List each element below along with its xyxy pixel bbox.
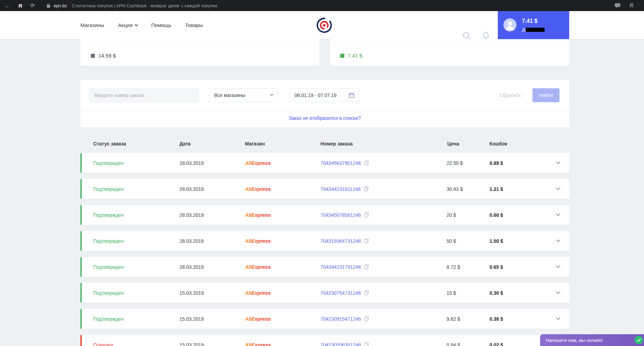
- order-price: 10 $: [447, 283, 456, 303]
- order-row[interactable]: Подтвержден 28.03.2019 AliExpress 704319…: [80, 231, 569, 251]
- stat-card-available: 7.41 $: [330, 39, 569, 66]
- order-row[interactable]: Подтвержден 15.03.2019 AliExpress 704230…: [80, 309, 569, 329]
- order-price: 50 $: [447, 231, 456, 251]
- copy-icon[interactable]: [364, 212, 369, 218]
- chat-widget[interactable]: Напишите нам, мы онлайн!: [540, 334, 644, 346]
- stat-available-value: 7.41 $: [348, 53, 362, 59]
- order-status: Подтвержден: [93, 179, 124, 199]
- missing-order-link[interactable]: Заказ не отобразился в списке?: [80, 115, 569, 121]
- chevron-down-icon: [556, 212, 561, 216]
- nav-item-shops[interactable]: Магазины: [80, 22, 104, 28]
- chat-online-icon: [635, 336, 643, 344]
- order-number-link[interactable]: 704344231791246: [320, 264, 361, 270]
- order-date: 28.03.2019: [179, 205, 204, 225]
- copy-icon[interactable]: [364, 342, 369, 346]
- order-number-link[interactable]: 704230556351246: [320, 342, 361, 346]
- order-price: 8.72 $: [447, 257, 460, 277]
- browser-back-button[interactable]: ←: [5, 3, 10, 9]
- order-date: 28.03.2019: [179, 179, 204, 199]
- shop-logo-aliexpress: AliExpress: [245, 186, 271, 192]
- order-cashback: 0.30 $: [489, 283, 503, 303]
- browser-chrome: ← Я ⟳ epn.bz Статистика покупок | ePN Ca…: [0, 0, 644, 11]
- order-number-input[interactable]: [89, 88, 199, 102]
- order-date: 28.03.2019: [179, 231, 204, 251]
- nav-item-help[interactable]: Помощь: [151, 22, 171, 28]
- browser-chat-icon[interactable]: [615, 3, 620, 8]
- copy-icon[interactable]: [364, 238, 369, 243]
- order-price: 30.43 $: [447, 179, 463, 199]
- browser-bookmark-flag-icon[interactable]: [629, 3, 634, 8]
- order-row[interactable]: Подтвержден 28.03.2019 AliExpress 704344…: [80, 179, 569, 199]
- nav-item-promos[interactable]: Акции: [118, 22, 138, 28]
- order-number-link[interactable]: 704344231811246: [320, 186, 361, 192]
- stat-available-row: 7.41 $: [340, 53, 362, 59]
- order-number-link[interactable]: 704230915471246: [320, 316, 361, 322]
- order-cashback: 0.38 $: [489, 309, 503, 329]
- shop-select[interactable]: Все магазины: [209, 88, 278, 102]
- row-expand-button[interactable]: [553, 257, 563, 277]
- main-nav: Магазины Акции Помощь Товары: [80, 11, 203, 39]
- order-cashback: 0.60 $: [489, 205, 503, 225]
- chevron-down-icon: [134, 23, 138, 26]
- stat-total-value: 14.59 $: [98, 53, 116, 59]
- copy-icon[interactable]: [364, 264, 369, 269]
- copy-icon[interactable]: [364, 160, 369, 166]
- order-status: Подтвержден: [93, 153, 124, 173]
- row-expand-button[interactable]: [553, 153, 563, 173]
- shop-logo-aliexpress: AliExpress: [245, 160, 271, 166]
- order-date: 28.03.2019: [179, 153, 204, 173]
- copy-icon[interactable]: [364, 186, 369, 192]
- order-date: 15.03.2019: [179, 283, 204, 303]
- browser-refresh-button[interactable]: ⟳: [30, 2, 35, 9]
- epn-logo[interactable]: [316, 17, 333, 34]
- order-price: 22.50 $: [447, 153, 463, 173]
- order-price: 9.62 $: [447, 309, 460, 329]
- site-header: Магазины Акции Помощь Товары 7.41 $ Д: [0, 11, 644, 39]
- order-cashback: 0.65 $: [489, 257, 503, 277]
- user-name: Д: [522, 27, 545, 32]
- row-expand-button[interactable]: [553, 231, 563, 251]
- shop-logo-aliexpress: AliExpress: [245, 238, 271, 244]
- order-date: 15.03.2019: [179, 309, 204, 329]
- order-number-link[interactable]: 704345637901246: [320, 160, 361, 166]
- column-header-order-number: Номер заказа: [320, 141, 353, 147]
- find-button[interactable]: Найти: [532, 88, 559, 102]
- copy-icon[interactable]: [364, 290, 369, 295]
- date-range-field[interactable]: 08.01.19 - 07.07.19: [289, 88, 359, 102]
- chat-widget-label: Напишите нам, мы онлайн!: [546, 338, 603, 343]
- order-cashback: 0.89 $: [489, 153, 503, 173]
- chevron-down-icon: [556, 160, 561, 164]
- shop-logo-aliexpress: AliExpress: [245, 264, 271, 270]
- order-date: 15.03.2019: [179, 335, 204, 346]
- order-date: 28.03.2019: [179, 257, 204, 277]
- order-number-link[interactable]: 704345078581246: [320, 212, 361, 218]
- order-number-link[interactable]: 704319364731246: [320, 238, 361, 244]
- address-bar-domain[interactable]: epn.bz: [53, 3, 67, 8]
- row-expand-button[interactable]: [553, 309, 563, 329]
- order-row[interactable]: Подтвержден 28.03.2019 AliExpress 704345…: [80, 205, 569, 225]
- order-price: 20 $: [447, 205, 456, 225]
- order-row[interactable]: Подтвержден 15.03.2019 AliExpress 704230…: [80, 283, 569, 303]
- column-header-price: Цена: [447, 141, 459, 147]
- order-row[interactable]: Отменен 15.03.2019 AliExpress 7042305563…: [80, 335, 569, 346]
- row-expand-button[interactable]: [553, 179, 563, 199]
- order-status: Подтвержден: [93, 257, 124, 277]
- legend-square-gray-icon: [91, 54, 95, 58]
- order-price: 0.84 $: [447, 335, 460, 346]
- reset-button[interactable]: Сбросить: [495, 88, 526, 102]
- order-status: Подтвержден: [93, 205, 124, 225]
- column-header-cashback: Кэшбэк: [489, 141, 507, 147]
- order-status: Подтвержден: [93, 283, 124, 303]
- order-number-link[interactable]: 704230754731246: [320, 290, 361, 296]
- table-header-row: Статус заказа Дата Магазин Номер заказа …: [80, 141, 569, 149]
- copy-icon[interactable]: [364, 316, 369, 321]
- row-expand-button[interactable]: [553, 283, 563, 303]
- order-row[interactable]: Подтвержден 28.03.2019 AliExpress 704344…: [80, 257, 569, 277]
- order-row[interactable]: Подтвержден 28.03.2019 AliExpress 704345…: [80, 153, 569, 173]
- yandex-browser-logo[interactable]: Я: [18, 3, 22, 9]
- chevron-down-icon: [270, 92, 274, 96]
- user-account-panel[interactable]: 7.41 $ Д: [498, 11, 569, 39]
- nav-item-goods[interactable]: Товары: [185, 22, 203, 28]
- user-name-redacted: [526, 28, 545, 32]
- row-expand-button[interactable]: [553, 205, 563, 225]
